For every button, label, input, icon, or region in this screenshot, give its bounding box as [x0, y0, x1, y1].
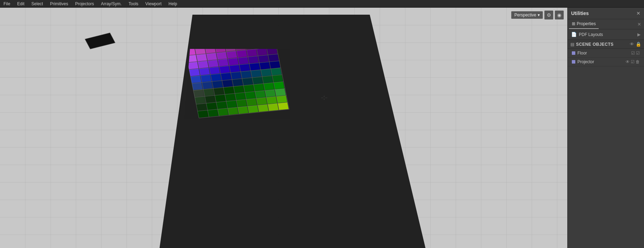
svg-rect-39 — [195, 47, 206, 54]
svg-marker-37 — [182, 49, 314, 144]
svg-rect-57 — [198, 61, 209, 68]
svg-line-139 — [185, 49, 199, 118]
projector-trash-icon[interactable]: 🗑 — [636, 59, 640, 64]
pdf-icon: 📄 — [571, 32, 577, 37]
svg-line-133 — [192, 75, 282, 83]
svg-rect-105 — [235, 93, 246, 100]
svg-rect-84 — [202, 82, 213, 89]
svg-rect-53 — [247, 49, 257, 56]
perspective-arrow-icon: ▾ — [538, 13, 540, 17]
scene-item-projector[interactable]: Projector 👁 ☑ 🗑 — [568, 58, 644, 66]
menu-tools[interactable]: Tools — [125, 1, 142, 7]
svg-rect-85 — [212, 81, 223, 88]
svg-rect-118 — [276, 96, 287, 103]
svg-rect-60 — [228, 58, 238, 65]
display-button[interactable]: ◉ — [555, 10, 564, 20]
svg-rect-150 — [85, 33, 115, 49]
scene-objects-lock-icon[interactable]: 🔒 — [636, 42, 641, 47]
menu-edit[interactable]: Edit — [14, 1, 28, 7]
pdf-layouts-row[interactable]: 📄 PDF Layouts ▶ — [568, 29, 644, 40]
svg-rect-87 — [232, 79, 243, 86]
svg-line-145 — [245, 43, 259, 112]
display-icon: ◉ — [557, 12, 561, 18]
menu-select[interactable]: Select — [28, 1, 46, 7]
main-area: Perspective ▾ ⚙ ◉ Utilities ✕ ⊞ Properti… — [0, 8, 644, 248]
svg-rect-72 — [259, 62, 270, 69]
svg-rect-116 — [256, 97, 267, 105]
svg-rect-81 — [261, 69, 272, 76]
svg-rect-127 — [278, 102, 289, 110]
svg-rect-56 — [188, 62, 198, 69]
menu-primitives[interactable]: Primitives — [46, 1, 71, 7]
svg-line-135 — [195, 89, 285, 97]
svg-line-146 — [255, 42, 269, 111]
svg-line-143 — [225, 45, 239, 114]
properties-tab-close[interactable]: ✕ — [636, 22, 643, 27]
svg-line-144 — [235, 44, 249, 113]
floor-color-dot — [572, 51, 575, 55]
svg-rect-65 — [189, 69, 200, 76]
svg-marker-36 — [160, 15, 426, 248]
svg-rect-54 — [257, 48, 267, 56]
utilities-header: Utilities ✕ — [568, 8, 644, 19]
svg-line-136 — [196, 95, 287, 104]
scene-item-floor[interactable]: Floor ☑ ☑ — [568, 49, 644, 58]
menu-arraysym[interactable]: Array/Sym. — [97, 1, 125, 7]
svg-rect-94 — [213, 88, 224, 95]
tab-properties[interactable]: ⊞ Properties — [569, 19, 599, 29]
projector-eye-icon[interactable]: 👁 — [626, 59, 630, 64]
projector-color-dot — [572, 60, 575, 64]
svg-rect-110 — [196, 103, 207, 111]
svg-rect-90 — [262, 76, 273, 83]
menu-help[interactable]: Help — [165, 1, 181, 7]
floor-check-icon[interactable]: ☑ — [631, 51, 635, 56]
scene-objects-eye-icon[interactable]: 👁 — [630, 42, 634, 47]
svg-rect-52 — [236, 50, 247, 57]
svg-rect-122 — [228, 107, 238, 115]
utilities-close-button[interactable]: ✕ — [636, 10, 641, 16]
svg-rect-64 — [268, 54, 279, 61]
svg-rect-83 — [192, 82, 203, 90]
settings-button[interactable]: ⚙ — [544, 10, 553, 20]
svg-rect-70 — [239, 64, 250, 71]
svg-line-140 — [195, 48, 209, 117]
svg-rect-55 — [266, 47, 277, 54]
svg-line-147 — [265, 41, 279, 110]
menu-projectors[interactable]: Projectors — [71, 1, 97, 7]
svg-rect-74 — [190, 76, 201, 83]
floor-label: Floor — [577, 51, 631, 56]
menu-file[interactable]: File — [0, 1, 14, 7]
svg-rect-112 — [216, 101, 227, 109]
svg-rect-86 — [222, 80, 233, 87]
svg-rect-95 — [223, 87, 234, 94]
svg-rect-73 — [270, 61, 280, 68]
scene-svg — [0, 8, 567, 248]
svg-line-130 — [188, 54, 278, 63]
svg-rect-92 — [193, 89, 204, 97]
pdf-layouts-label: PDF Layouts — [579, 32, 637, 37]
floor-lock-icon[interactable]: ☑ — [636, 51, 640, 56]
pdf-chevron-icon: ▶ — [637, 32, 641, 37]
svg-rect-124 — [248, 105, 258, 113]
svg-rect-106 — [245, 92, 256, 99]
svg-rect-117 — [266, 96, 277, 104]
svg-rect-113 — [226, 100, 237, 108]
svg-rect-63 — [258, 55, 269, 62]
svg-rect-76 — [211, 74, 221, 81]
perspective-dropdown[interactable]: Perspective ▾ — [511, 11, 543, 19]
svg-rect-43 — [235, 43, 246, 50]
projector-check-icon[interactable]: ☑ — [631, 59, 635, 64]
svg-rect-120 — [207, 109, 218, 117]
svg-rect-44 — [245, 42, 256, 50]
svg-rect-82 — [271, 68, 282, 75]
svg-rect-125 — [258, 104, 268, 112]
menu-viewport[interactable]: Viewport — [142, 1, 165, 7]
svg-rect-108 — [265, 90, 276, 97]
settings-icon: ⚙ — [547, 12, 551, 18]
svg-rect-58 — [208, 60, 219, 67]
svg-rect-98 — [253, 83, 264, 91]
svg-rect-78 — [230, 72, 241, 79]
svg-line-129 — [186, 47, 276, 56]
viewport[interactable]: Perspective ▾ ⚙ ◉ — [0, 8, 567, 248]
svg-rect-45 — [255, 41, 266, 49]
